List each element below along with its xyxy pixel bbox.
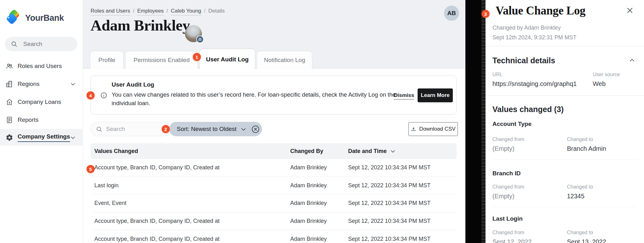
tab-notification-log[interactable]: Notification Log <box>257 51 312 69</box>
table-row[interactable]: Last login Adam Brinkley Sept 12, 2022 1… <box>91 177 457 195</box>
entry-field-account-type: Account Type <box>492 121 531 127</box>
sidebar-search-input[interactable] <box>23 37 74 51</box>
tab-permissions-enabled[interactable]: Permissions Enabled <box>126 51 197 69</box>
report-icon <box>6 116 13 124</box>
divider <box>492 207 636 207</box>
values-changed-heading: Values changed (3) <box>492 105 564 114</box>
page-header-band: Roles and Users / Employees / Caleb Youn… <box>83 0 465 69</box>
buildings-icon <box>6 80 13 88</box>
table-row[interactable]: Event, Event Adam Brinkley Sept 12, 2022… <box>91 195 457 212</box>
gear-icon <box>6 134 13 141</box>
dismiss-button[interactable]: Dismiss <box>394 92 414 99</box>
user-photo-avatar[interactable] <box>185 25 202 42</box>
panel-timestamp: Sept 12th 2024, 9:32:31 PM MST <box>492 34 576 41</box>
page-title: Adam Brinkley <box>91 16 190 34</box>
learn-more-button[interactable]: Learn More <box>418 88 453 102</box>
tab-user-audit-log[interactable]: User Audit Log <box>200 49 255 70</box>
table-header-row: Values Changed Changed By Date and Time <box>91 143 457 159</box>
sidebar-item-company-loans[interactable]: $ Company Loans <box>0 93 83 111</box>
sidebar-item-label: Reports <box>18 116 39 123</box>
divider <box>486 46 644 46</box>
changed-to-label: Changed to <box>567 230 593 235</box>
chevron-down-icon <box>70 81 76 87</box>
sidebar-item-label: Company Settings <box>18 133 70 142</box>
sidebar-item-reports[interactable]: Reports <box>0 111 83 129</box>
sidebar-search[interactable] <box>5 37 77 51</box>
camera-icon[interactable] <box>196 36 204 43</box>
table-row[interactable]: Account type, Branch ID, Company ID, Cre… <box>91 230 457 243</box>
tab-profile[interactable]: Profile <box>91 51 123 69</box>
changed-to-value: 12345 <box>567 193 585 200</box>
technical-details-heading: Technical details <box>492 56 555 65</box>
changed-from-label: Changed from <box>492 137 524 142</box>
info-banner: User Audit Log You can view changes rela… <box>91 76 457 115</box>
download-csv-button[interactable]: Download CSV <box>408 122 458 136</box>
annotation-badge-2: 2 <box>162 125 170 133</box>
sidebar-item-regions[interactable]: Regions <box>0 75 83 93</box>
sidebar-item-company-settings[interactable]: Company Settings <box>0 129 83 146</box>
column-values-changed: Values Changed <box>91 148 290 155</box>
annotation-badge-4: 4 <box>86 91 95 99</box>
close-icon[interactable] <box>626 6 634 14</box>
user-source-label: User source <box>593 72 620 77</box>
sidebar-item-roles-and-users[interactable]: Roles and Users <box>0 57 83 75</box>
sort-chevron-down-icon <box>390 148 396 154</box>
url-label: URL <box>492 72 502 77</box>
breadcrumb-link[interactable]: Caleb Young <box>171 8 201 15</box>
changed-from-label: Changed from <box>492 184 524 190</box>
annotation-badge-3: 3 <box>481 10 490 18</box>
changed-from-value: (Empty) <box>492 193 514 200</box>
banner-body: You can view changes related to this use… <box>112 90 396 107</box>
divider <box>486 95 644 96</box>
search-icon <box>11 41 18 48</box>
breadcrumb-link[interactable]: Roles and Users <box>91 8 130 15</box>
sidebar: YourBank Roles and Users Regions $ Compa… <box>0 0 83 243</box>
search-icon <box>96 126 103 133</box>
users-icon <box>6 62 13 70</box>
svg-text:$: $ <box>8 101 10 104</box>
table-row[interactable]: Account type, Branch ID, Company ID, Cre… <box>91 159 457 177</box>
clear-filter-icon[interactable] <box>251 125 260 133</box>
audit-log-table: Values Changed Changed By Date and Time … <box>91 143 457 243</box>
column-date-and-time[interactable]: Date and Time <box>348 148 457 155</box>
sort-label: Sort: Newest to Oldest <box>177 126 236 133</box>
screenshot-seam-divider <box>465 0 486 243</box>
annotation-badge-5: 5 <box>86 165 95 173</box>
house-dollar-icon: $ <box>6 98 13 106</box>
changed-to-label: Changed to <box>567 137 593 142</box>
sidebar-item-label: Regions <box>18 81 40 88</box>
chevron-down-icon[interactable] <box>240 126 247 133</box>
banner-title: User Audit Log <box>112 81 154 88</box>
sidebar-item-label: Company Loans <box>18 99 61 105</box>
screen: YourBank Roles and Users Regions $ Compa… <box>0 0 644 243</box>
account-avatar[interactable]: AB <box>444 6 459 21</box>
changed-from-label: Changed from <box>492 230 524 235</box>
panel-title: Value Change Log <box>496 4 586 17</box>
main-content: Roles and Users / Employees / Caleb Youn… <box>83 0 465 243</box>
brand-name: YourBank <box>25 13 64 23</box>
sort-filter-chip[interactable]: Sort: Newest to Oldest <box>169 122 262 136</box>
annotation-badge-1: 1 <box>193 53 201 61</box>
download-csv-label: Download CSV <box>419 126 455 132</box>
info-icon <box>100 92 107 99</box>
changed-to-value: Sept 13, 2022 <box>567 238 606 243</box>
changed-to-value: Branch Admin <box>567 145 606 152</box>
value-change-log-panel: 3 Value Change Log Changed by Adam Brink… <box>486 0 644 243</box>
chevron-up-icon[interactable] <box>629 57 636 64</box>
url-value: https://snstaging.com/graphq1 <box>492 80 577 88</box>
entry-field-last-login: Last Login <box>492 215 523 222</box>
breadcrumb-separator: / <box>204 8 206 14</box>
breadcrumb-link[interactable]: Employees <box>137 8 164 15</box>
brand-logo[interactable]: YourBank <box>5 9 64 26</box>
download-icon <box>411 126 416 132</box>
breadcrumb-separator: / <box>167 8 168 14</box>
table-search[interactable] <box>91 122 171 136</box>
table-search-input[interactable] <box>106 122 166 136</box>
breadcrumb-current: Details <box>208 8 225 14</box>
user-source-value: Web <box>593 80 606 88</box>
changed-to-label: Changed to <box>567 184 593 190</box>
chevron-down-icon <box>70 134 76 141</box>
sidebar-item-label: Roles and Users <box>18 63 62 70</box>
breadcrumb-separator: / <box>133 8 135 14</box>
table-row[interactable]: Account type, Branch ID, Company ID, Cre… <box>91 212 457 230</box>
